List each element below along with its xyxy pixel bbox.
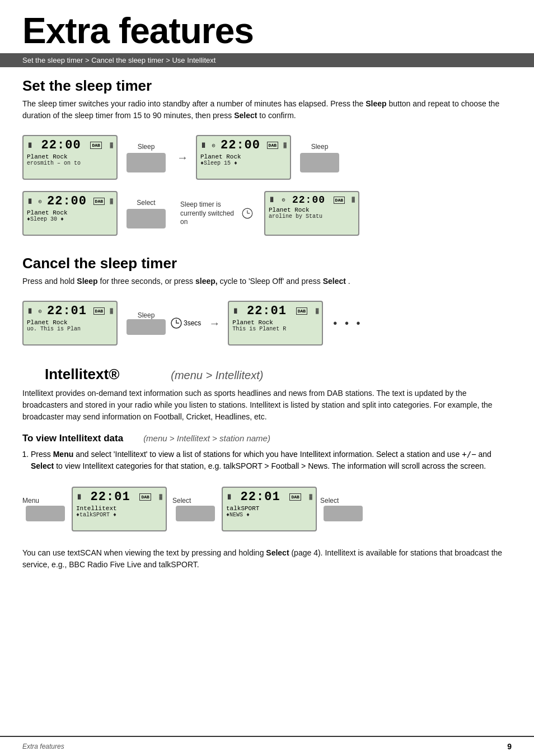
footer-bold: Select	[266, 548, 289, 557]
intellitext-para: Intellitext provides on-demand text info…	[22, 388, 512, 423]
battery-icon-3: ▓	[110, 199, 113, 204]
display-4-block: ▐▌ ⊙ 22:00 DAB ▓ Planet Rock aroline by …	[264, 191, 359, 236]
arrow-cancel: →	[209, 317, 220, 330]
dab-badge-3: DAB	[93, 198, 105, 205]
station-4: Planet Rock	[269, 207, 355, 213]
signal-icon-2: ▐▌	[200, 143, 207, 148]
radio-display-1: ▐▌ 22:00 DAB ▓ Planet Rock erosmith – on…	[22, 135, 118, 180]
radio-display-5: ▐▌ ⊙ 22:01 DAB ▓ Planet Rock uo. This is…	[22, 301, 118, 346]
battery-icon-4: ▓	[352, 197, 355, 203]
info-3: ♦Sleep 30 ♦	[27, 216, 113, 222]
dab-badge-1: DAB	[90, 142, 101, 149]
secs-text: 3secs	[184, 319, 201, 327]
info-5: uo. This is Plan	[27, 326, 113, 332]
display-6-block: ▐▌ 22:01 DAB ▓ Planet Rock This is Plane…	[228, 301, 323, 346]
numbered-list: Press Menu and select 'Intellitext' to v…	[0, 446, 534, 478]
cancel-displays-row: ▐▌ ⊙ 22:01 DAB ▓ Planet Rock uo. This is…	[0, 292, 534, 354]
radio-display-2: ▐▌ ⊙ 22:00 DAB ▓ Planet Rock ♦Sleep 15 ♦	[196, 135, 291, 180]
alarm-icon-3: ⊙	[38, 198, 41, 205]
sleep-button-1[interactable]	[127, 153, 166, 172]
breadcrumb: Set the sleep timer > Cancel the sleep t…	[0, 53, 534, 67]
step-1: Press Menu and select 'Intellitext' to v…	[31, 449, 512, 472]
time-2: 22:00	[221, 138, 260, 152]
intellitext-subtitle: (menu > Intellitext)	[148, 363, 285, 382]
page-container: Extra features Set the sleep timer > Can…	[0, 0, 534, 756]
select-label-intellitext: Select	[172, 497, 218, 505]
footer-bar: Extra features 9	[0, 736, 534, 756]
display-3-block: ▐▌ ⊙ 22:00 DAB ▓ Planet Rock ♦Sleep 30 ♦	[22, 191, 118, 236]
select-btn-block: Select	[123, 199, 169, 228]
select-button-2[interactable]	[324, 506, 363, 521]
intellitext-displays-row: Menu ▐▌ 22:01 DAB ▓ Intellitext ♦talkSPO…	[0, 478, 534, 540]
select-button[interactable]	[127, 209, 166, 228]
time-7: 22:01	[91, 490, 130, 504]
radio-display-7: ▐▌ 22:01 DAB ▓ Intellitext ♦talkSPORT ♦	[72, 487, 167, 531]
menu-button[interactable]	[26, 506, 65, 521]
step1-text3: and	[476, 450, 491, 459]
battery-icon-6: ▓	[316, 309, 318, 314]
three-dots: • • •	[333, 317, 362, 330]
time-4: 22:00	[292, 194, 325, 206]
footer-note: You can use textSCAN when viewing the te…	[0, 547, 534, 571]
menu-label: Menu	[22, 497, 68, 505]
select-btn-label: Select	[137, 199, 155, 207]
radio-display-6: ▐▌ 22:01 DAB ▓ Planet Rock This is Plane…	[228, 301, 323, 346]
sleep-bold1: Sleep	[366, 99, 386, 108]
select-display-block: Select ▐▌ 22:01 DAB ▓ talkSPORT ♦NEWS ♦ …	[172, 487, 366, 531]
cancel-text1: Press and hold	[22, 277, 77, 286]
step1-code: +/−	[462, 450, 476, 459]
step1-bold2: Select	[31, 461, 54, 470]
sleep-button-2[interactable]	[300, 153, 339, 172]
dab-badge-4: DAB	[334, 197, 345, 204]
footer-note1: You can use textSCAN when viewing the te…	[22, 548, 266, 557]
radio-display-3: ▐▌ ⊙ 22:00 DAB ▓ Planet Rock ♦Sleep 30 ♦	[22, 191, 118, 236]
cancel-bold1: Sleep	[77, 277, 97, 286]
cancel-text2: for three seconds, or press	[98, 277, 195, 286]
section-cancel-title: Cancel the sleep timer	[0, 245, 534, 276]
time-8: 22:01	[241, 490, 280, 504]
sleep-set-text1: The sleep timer switches your radio into…	[22, 99, 366, 108]
station-3: Planet Rock	[27, 209, 113, 216]
cancel-text4: .	[346, 277, 350, 286]
sleep-btn-2-block: Sleep	[297, 143, 343, 172]
intellitext-header: Intellitext® (menu > Intellitext)	[0, 354, 534, 383]
info-7: ♦talkSPORT ♦	[76, 512, 162, 518]
info-2: ♦Sleep 15 ♦	[200, 160, 287, 166]
select-button-intellitext[interactable]	[176, 506, 215, 521]
battery-icon-1: ▓	[110, 143, 113, 148]
breadcrumb-sep-2: >	[166, 56, 172, 64]
alarm-icon-5: ⊙	[38, 308, 41, 315]
sleep-3secs-block: Sleep 3secs	[123, 311, 201, 335]
sleep-3s-label: Sleep	[123, 311, 169, 319]
footer-left: Extra features	[22, 743, 64, 750]
dab-badge-5: DAB	[93, 307, 105, 315]
page-title: Extra features	[0, 0, 534, 50]
sub-section-row: To view Intellitext data (menu > Intelli…	[0, 427, 534, 446]
sleep-btn-label-2: Sleep	[311, 143, 329, 151]
time-3: 22:00	[47, 194, 87, 208]
dab-badge-2: DAB	[267, 142, 278, 149]
station-2: Planet Rock	[200, 153, 287, 160]
footer-right: 9	[507, 742, 512, 751]
sleep-3s-button[interactable]	[127, 319, 166, 335]
display-1-block: ▐▌ 22:00 DAB ▓ Planet Rock erosmith – on…	[22, 135, 118, 180]
cancel-text3: cycle to 'Sleep Off' and press	[218, 277, 323, 286]
sleep-displays-row2: ▐▌ ⊙ 22:00 DAB ▓ Planet Rock ♦Sleep 30 ♦…	[0, 189, 534, 245]
intellitext-title: Intellitext®	[22, 360, 142, 383]
time-1: 22:00	[41, 138, 81, 152]
info-8: ♦NEWS ♦	[226, 512, 312, 518]
sleep-btn-label-1: Sleep	[138, 143, 155, 151]
step1-text2: and select 'Intellitext' to view a list …	[73, 450, 462, 459]
time-6: 22:01	[247, 304, 287, 318]
battery-icon-5: ▓	[110, 309, 113, 314]
section-cancel-body: Press and hold Sleep for three seconds, …	[0, 276, 534, 287]
station-8: talkSPORT	[226, 505, 312, 512]
station-1: Planet Rock	[27, 153, 113, 160]
breadcrumb-item-3: Use Intellitext	[172, 56, 216, 64]
battery-icon-8: ▓	[310, 494, 312, 500]
hold-arrow-icon	[170, 317, 182, 329]
menu-display-block: Menu ▐▌ 22:01 DAB ▓ Intellitext ♦talkSPO…	[22, 487, 167, 531]
sleep-on-block: Sleep timer is currently switched on	[180, 200, 253, 227]
radio-display-4: ▐▌ ⊙ 22:00 DAB ▓ Planet Rock aroline by …	[264, 191, 359, 236]
cancel-bold3: Select	[323, 277, 346, 286]
